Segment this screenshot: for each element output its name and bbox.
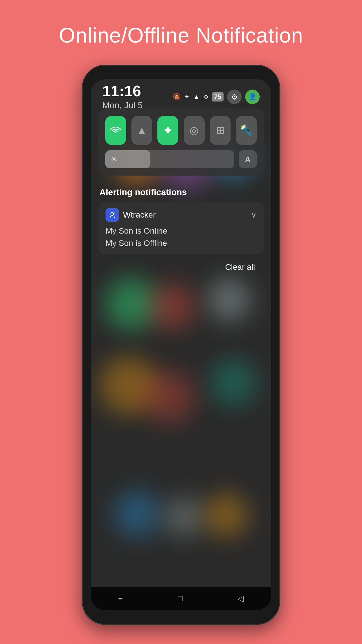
clear-all-button[interactable]: Clear all: [220, 260, 260, 274]
status-time: 11:16: [102, 83, 143, 99]
page-background: Online/Offline Notification: [0, 0, 362, 644]
vibrate-icon: 🔕: [173, 93, 181, 101]
phone-screen: 11:16 Mon, Jul 5 🔕 ✦ ▲ ⊕ 75: [91, 79, 271, 610]
chevron-down-icon[interactable]: ∨: [251, 211, 256, 220]
auto-label: A: [245, 155, 251, 164]
cellular-button[interactable]: ▲: [131, 116, 152, 145]
clear-all-row: Clear all: [220, 260, 260, 274]
android-nav-bar: ≡ □ ◁: [91, 587, 271, 610]
notifications-section: Alerting notifications Wtracker: [98, 187, 264, 254]
brightness-slider[interactable]: ☀: [105, 150, 234, 168]
cellular-icon: ▲: [137, 124, 147, 136]
battery-level: 75: [214, 93, 221, 101]
app-icon: [106, 208, 119, 222]
rotation-button[interactable]: ⊞: [210, 116, 231, 145]
menu-nav-icon[interactable]: ≡: [118, 594, 123, 603]
bluetooth-icon: ✦: [162, 123, 174, 138]
status-right: 🔕 ✦ ▲ ⊕ 75 ⚙ 👤: [173, 90, 260, 104]
bluetooth-button[interactable]: ✦: [157, 116, 178, 145]
auto-button[interactable]: A: [239, 150, 257, 168]
control-grid: ▲ ✦ ◎ ⊞ 🔦: [105, 116, 257, 145]
flashlight-button[interactable]: 🔦: [236, 116, 257, 145]
notification-header: Wtracker ∨: [106, 208, 256, 222]
slider-row: ☀ A: [105, 150, 257, 168]
control-center-panel: ▲ ✦ ◎ ⊞ 🔦: [98, 108, 264, 176]
status-bar: 11:16 Mon, Jul 5 🔕 ✦ ▲ ⊕ 75: [91, 79, 271, 108]
screenrecord-icon: ⊕: [203, 93, 208, 100]
app-name-label: Wtracker: [123, 210, 156, 220]
wifi-status-icon: ▲: [193, 93, 200, 101]
settings-icon[interactable]: ⚙: [227, 90, 242, 104]
avatar[interactable]: 👤: [245, 90, 260, 104]
svg-point-1: [114, 212, 115, 214]
wifi-button[interactable]: [105, 116, 126, 145]
page-title: Online/Offline Notification: [59, 23, 303, 47]
notification-message-1: My Son is Online: [106, 226, 256, 236]
back-nav-icon[interactable]: ◁: [238, 594, 244, 603]
airdrop-button[interactable]: ◎: [184, 116, 205, 145]
svg-point-0: [111, 212, 114, 215]
status-left: 11:16 Mon, Jul 5: [102, 83, 143, 110]
notification-messages: My Son is Online My Son is Offline: [106, 226, 256, 248]
brightness-icon: ☀: [110, 155, 118, 164]
notification-app: Wtracker: [106, 208, 156, 222]
notification-card[interactable]: Wtracker ∨ My Son is Online My Son is Of…: [98, 202, 264, 254]
alerting-notifications-label: Alerting notifications: [98, 187, 264, 197]
phone-frame: 11:16 Mon, Jul 5 🔕 ✦ ▲ ⊕ 75: [82, 65, 280, 625]
rotation-icon: ⊞: [216, 124, 225, 136]
battery-icon: 75: [212, 92, 224, 102]
bluetooth-status-icon: ✦: [184, 93, 189, 101]
airdrop-icon: ◎: [189, 124, 198, 136]
flashlight-icon: 🔦: [240, 124, 253, 136]
wifi-icon: [109, 123, 122, 138]
notification-message-2: My Son is Offline: [106, 239, 256, 248]
home-nav-icon[interactable]: □: [178, 594, 183, 603]
